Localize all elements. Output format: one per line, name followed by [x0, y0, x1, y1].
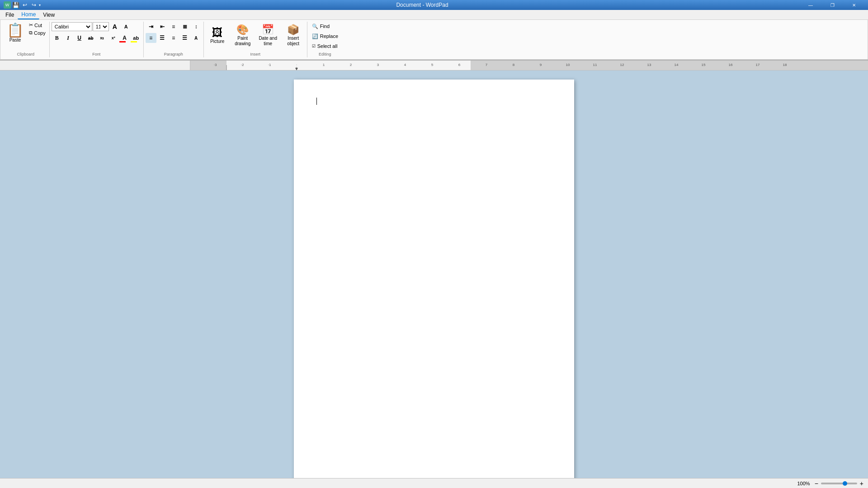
- svg-text:·1: ·1: [268, 63, 271, 67]
- font-row2: B I U ab x₂ x² A ab: [52, 33, 142, 43]
- background-color-btn[interactable]: A: [191, 33, 202, 43]
- svg-text:13: 13: [647, 63, 651, 67]
- svg-text:9: 9: [540, 63, 542, 67]
- zoom-thumb[interactable]: [843, 481, 847, 486]
- zoom-slider[interactable]: [821, 483, 857, 484]
- strikethrough-btn[interactable]: ab: [85, 33, 96, 43]
- font-grow-btn[interactable]: A: [109, 22, 120, 32]
- qa-save-btn[interactable]: 💾: [12, 1, 20, 9]
- restore-btn[interactable]: ❐: [822, 0, 843, 10]
- numbering-btn[interactable]: ≣: [179, 22, 190, 32]
- align-right-btn[interactable]: ≡: [168, 33, 179, 43]
- font-shrink-btn[interactable]: A: [121, 22, 132, 32]
- font-color-btn[interactable]: A: [119, 33, 130, 43]
- selectall-label: Select all: [317, 43, 338, 49]
- cut-btn[interactable]: ✂ Cut: [27, 22, 47, 28]
- copy-icon: ⧉: [29, 30, 33, 36]
- ruler-svg: ·3 ·2 ·1 · 1 2 3 4 5 6 7 8 9 10 11 12 13…: [190, 61, 868, 70]
- editing-group-content: 🔍 Find 🔄 Replace ☑ Select all: [309, 22, 341, 52]
- qa-undo-btn[interactable]: ↩: [21, 1, 29, 9]
- ribbon: 📋 Paste ✂ Cut ⧉ Copy Clipboard: [0, 20, 868, 61]
- align-center-btn[interactable]: ☰: [157, 33, 168, 43]
- svg-text:2: 2: [350, 63, 352, 67]
- svg-text:8: 8: [513, 63, 515, 67]
- svg-text:14: 14: [675, 63, 679, 67]
- insert-object-btn[interactable]: 📦 Insertobject: [282, 22, 305, 49]
- highlight-indicator: [131, 41, 137, 42]
- highlight-icon: ab: [133, 35, 139, 41]
- cut-copy-stack: ✂ Cut ⧉ Copy: [27, 22, 47, 36]
- qa-dropdown-btn[interactable]: ▾: [39, 3, 41, 7]
- bullets-btn[interactable]: ≡: [168, 22, 179, 32]
- italic-btn[interactable]: I: [63, 33, 74, 43]
- minimize-btn[interactable]: —: [800, 0, 821, 10]
- ruler-container: ·3 ·2 ·1 · 1 2 3 4 5 6 7 8 9 10 11 12 13…: [0, 61, 868, 70]
- paint-btn[interactable]: 🎨 Paintdrawing: [231, 22, 255, 49]
- highlight-btn[interactable]: ab: [131, 33, 142, 43]
- insert-group: 🖼 Picture 🎨 Paintdrawing 📅 Date andtime …: [204, 22, 307, 57]
- window-title: Document - WordPad: [44, 2, 800, 8]
- datetime-icon: 📅: [262, 24, 274, 36]
- svg-text:6: 6: [458, 63, 461, 67]
- font-size-select[interactable]: 11: [93, 22, 109, 31]
- insert-object-label: Insertobject: [287, 36, 299, 47]
- svg-rect-0: [190, 61, 226, 70]
- font-label: Font: [52, 52, 142, 57]
- ruler: ·3 ·2 ·1 · 1 2 3 4 5 6 7 8 9 10 11 12 13…: [190, 61, 868, 70]
- picture-btn[interactable]: 🖼 Picture: [206, 22, 229, 49]
- menu-file[interactable]: File: [2, 11, 18, 19]
- para-row2: ≡ ☰ ≡ ☰ A: [146, 33, 202, 43]
- decrease-indent-btn[interactable]: ⇤: [157, 22, 168, 32]
- svg-text:17: 17: [756, 63, 760, 67]
- subscript-btn[interactable]: x₂: [97, 33, 108, 43]
- font-color-indicator: [119, 41, 126, 42]
- zoom-in-btn[interactable]: +: [859, 480, 864, 487]
- clipboard-group: 📋 Paste ✂ Cut ⧉ Copy Clipboard: [2, 22, 50, 57]
- paint-label: Paintdrawing: [235, 36, 250, 47]
- svg-text:4: 4: [404, 63, 406, 67]
- font-name-select[interactable]: Calibri: [52, 22, 92, 31]
- zoom-out-btn[interactable]: −: [814, 480, 819, 487]
- paste-label: Paste: [9, 38, 21, 42]
- copy-label: Copy: [34, 30, 46, 36]
- picture-label: Picture: [210, 39, 224, 44]
- svg-text:7: 7: [486, 63, 488, 67]
- svg-text:·2: ·2: [241, 63, 244, 67]
- superscript-btn[interactable]: x²: [108, 33, 119, 43]
- zoom-controls: − +: [814, 480, 864, 487]
- window-controls: — ❐ ✕: [800, 0, 864, 10]
- svg-text:5: 5: [431, 63, 434, 67]
- menu-view[interactable]: View: [39, 11, 58, 19]
- justify-btn[interactable]: ☰: [179, 33, 190, 43]
- clipboard-label: Clipboard: [4, 52, 47, 57]
- svg-text:3: 3: [377, 63, 379, 67]
- svg-text:11: 11: [593, 63, 597, 67]
- insert-group-content: 🖼 Picture 🎨 Paintdrawing 📅 Date andtime …: [206, 22, 305, 52]
- increase-indent-btn[interactable]: ⇥: [146, 22, 156, 32]
- bold-btn[interactable]: B: [52, 33, 62, 43]
- close-btn[interactable]: ✕: [844, 0, 864, 10]
- paragraph-group-content: ⇥ ⇤ ≡ ≣ ↕ ≡ ☰ ≡ ☰ A: [146, 22, 202, 52]
- paste-btn[interactable]: 📋 Paste: [4, 22, 26, 43]
- qa-redo-btn[interactable]: ↪: [30, 1, 38, 9]
- line-spacing-btn[interactable]: ↕: [191, 22, 202, 32]
- align-left-btn[interactable]: ≡: [146, 33, 156, 43]
- svg-text:15: 15: [702, 63, 706, 67]
- select-all-btn[interactable]: ☑ Select all: [309, 42, 340, 51]
- svg-text:10: 10: [566, 63, 570, 67]
- find-btn[interactable]: 🔍 Find: [309, 22, 332, 31]
- paragraph-label: Paragraph: [146, 52, 202, 57]
- picture-icon: 🖼: [212, 26, 223, 39]
- svg-rect-1: [226, 61, 471, 70]
- paint-icon: 🎨: [236, 24, 249, 36]
- find-label: Find: [320, 23, 330, 29]
- zoom-percent: 100%: [797, 481, 810, 486]
- menu-home[interactable]: Home: [18, 10, 39, 19]
- datetime-btn[interactable]: 📅 Date andtime: [256, 22, 280, 49]
- underline-btn[interactable]: U: [74, 33, 85, 43]
- document-page[interactable]: [294, 80, 574, 488]
- insert-label: Insert: [206, 52, 305, 57]
- replace-label: Replace: [320, 33, 338, 39]
- copy-btn[interactable]: ⧉ Copy: [27, 29, 47, 36]
- replace-btn[interactable]: 🔄 Replace: [309, 32, 341, 41]
